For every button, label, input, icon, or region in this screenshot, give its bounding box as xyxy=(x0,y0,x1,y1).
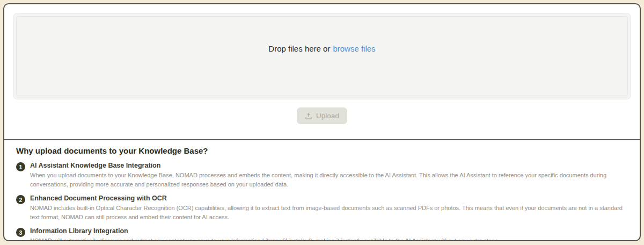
upload-icon xyxy=(305,112,312,120)
item-content: Information Library Integration NOMAD wi… xyxy=(30,227,628,241)
item-body: When you upload documents to your Knowle… xyxy=(30,171,628,189)
list-item: 3 Information Library Integration NOMAD … xyxy=(13,227,628,241)
upload-button-label: Upload xyxy=(316,112,339,120)
item-title: Enhanced Document Processing with OCR xyxy=(30,194,628,202)
step-2-badge: 2 xyxy=(16,195,25,204)
list-item: 1 AI Assistant Knowledge Base Integratio… xyxy=(13,162,628,189)
dropzone-prompt: Drop files here or browse files xyxy=(268,44,375,53)
upload-panel: Drop files here or browse files Upload W… xyxy=(3,3,641,241)
item-title: AI Assistant Knowledge Base Integration xyxy=(30,162,628,169)
list-item: 2 Enhanced Document Processing with OCR … xyxy=(13,194,628,221)
upload-button[interactable]: Upload xyxy=(297,107,347,124)
item-body: NOMAD will automatically discover and ex… xyxy=(30,236,628,241)
step-3-badge: 3 xyxy=(16,228,25,237)
item-content: AI Assistant Knowledge Base Integration … xyxy=(30,162,628,189)
info-heading: Why upload documents to your Knowledge B… xyxy=(13,146,628,155)
dropzone-prompt-text: Drop files here or xyxy=(268,44,330,53)
file-dropzone[interactable]: Drop files here or browse files xyxy=(13,13,631,99)
upload-button-row: Upload xyxy=(13,99,631,139)
upload-section: Drop files here or browse files Upload xyxy=(4,4,640,139)
step-1-badge: 1 xyxy=(16,162,25,171)
item-content: Enhanced Document Processing with OCR NO… xyxy=(30,194,628,221)
browse-files-link[interactable]: browse files xyxy=(333,44,375,53)
item-title: Information Library Integration xyxy=(30,227,628,235)
item-body: NOMAD includes built-in Optical Characte… xyxy=(30,204,628,221)
info-section: Why upload documents to your Knowledge B… xyxy=(4,139,640,241)
